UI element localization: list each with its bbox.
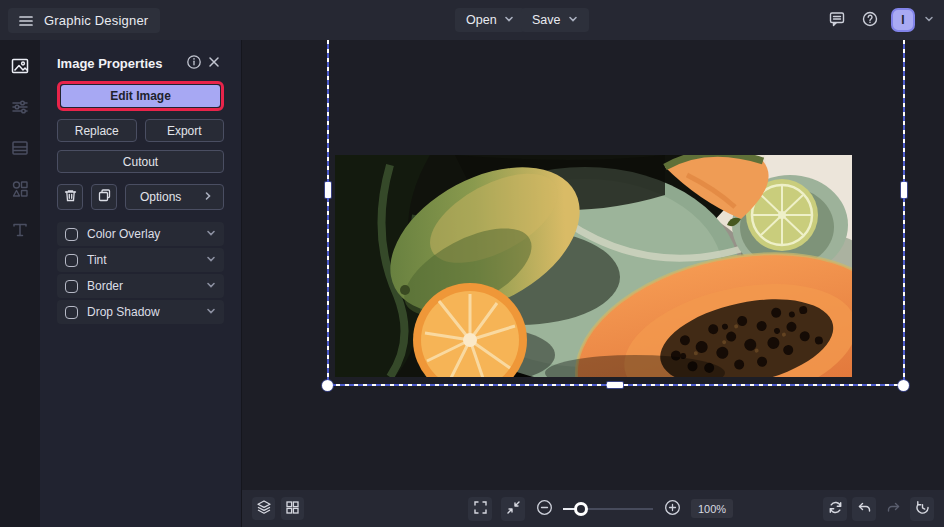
main-menu-button[interactable]: Graphic Designer	[8, 8, 160, 33]
zoom-slider-knob[interactable]	[574, 502, 588, 516]
border-checkbox[interactable]	[65, 280, 78, 293]
sidebar-item-templates[interactable]	[6, 135, 34, 163]
bottom-bar-left	[252, 490, 304, 527]
sidebar-item-image[interactable]	[6, 53, 34, 81]
toggle-label: Tint	[87, 253, 206, 267]
tint-checkbox[interactable]	[65, 254, 78, 267]
design-canvas[interactable]	[242, 40, 944, 490]
fit-to-screen-icon	[506, 500, 521, 518]
panel-header: Image Properties	[57, 53, 224, 73]
sidebar-item-text[interactable]	[6, 217, 34, 245]
zoom-slider[interactable]	[563, 499, 653, 519]
fullscreen-button[interactable]	[468, 497, 492, 521]
resize-handle-right[interactable]	[901, 182, 907, 198]
image-properties-panel: Image Properties Edit Image Replace Expo…	[40, 40, 242, 527]
chevron-down-icon	[206, 227, 216, 241]
top-bar: Graphic Designer Open Save	[0, 0, 944, 40]
toggle-row-tint[interactable]: Tint	[57, 248, 224, 272]
options-button[interactable]: Options	[125, 184, 224, 210]
zoom-level-value: 100%	[698, 503, 726, 515]
toggle-label: Border	[87, 279, 206, 293]
resize-handle-bottom-left[interactable]	[322, 380, 333, 391]
open-button[interactable]: Open	[455, 8, 525, 32]
history-controls	[823, 490, 934, 527]
toggle-row-color-overlay[interactable]: Color Overlay	[57, 222, 224, 246]
zoom-in-icon	[664, 499, 681, 519]
help-icon	[861, 10, 879, 31]
zoom-in-button[interactable]	[662, 499, 682, 519]
target-annotation-highlight: Edit Image	[57, 81, 224, 111]
top-bar-right: I	[825, 0, 934, 40]
options-label: Options	[140, 190, 181, 204]
undo-icon	[857, 500, 872, 518]
undo-button[interactable]	[852, 497, 876, 521]
graphic-designer-app: Graphic Designer Open Save	[0, 0, 944, 527]
app-title: Graphic Designer	[44, 13, 148, 28]
fit-to-screen-button[interactable]	[501, 497, 525, 521]
chevron-down-icon	[206, 305, 216, 319]
panel-close-button[interactable]	[204, 53, 224, 73]
info-icon	[186, 54, 202, 73]
duplicate-layer-button[interactable]	[91, 184, 117, 210]
zoom-out-icon	[536, 499, 553, 519]
resize-handle-bottom-right[interactable]	[898, 380, 909, 391]
feedback-chat-icon	[828, 10, 846, 31]
zoom-out-button[interactable]	[534, 499, 554, 519]
help-button[interactable]	[858, 8, 882, 32]
toggle-row-drop-shadow[interactable]: Drop Shadow	[57, 300, 224, 324]
sidebar-item-shapes[interactable]	[6, 176, 34, 204]
cutout-button[interactable]: Cutout	[57, 150, 224, 173]
reset-button[interactable]	[823, 497, 847, 521]
toggle-label: Drop Shadow	[87, 305, 206, 319]
resize-handle-bottom[interactable]	[607, 382, 623, 388]
hamburger-icon	[17, 12, 35, 30]
user-menu-chevron-icon[interactable]	[924, 13, 934, 27]
layers-button[interactable]	[252, 497, 275, 520]
redo-icon	[886, 500, 901, 518]
chevron-right-icon	[203, 190, 213, 204]
chevron-down-icon	[206, 279, 216, 293]
panel-title: Image Properties	[57, 56, 184, 71]
sidebar-item-adjustments[interactable]	[6, 94, 34, 122]
fullscreen-icon	[473, 500, 488, 518]
delete-layer-button[interactable]	[57, 184, 83, 210]
selection-border-right	[903, 40, 905, 386]
zoom-level-badge: 100%	[691, 499, 733, 518]
selected-image-layer[interactable]	[335, 155, 852, 377]
shapes-icon	[10, 179, 30, 202]
open-label: Open	[466, 13, 497, 27]
close-icon	[207, 55, 221, 72]
edit-image-button[interactable]: Edit Image	[61, 85, 220, 107]
image-icon	[10, 56, 30, 79]
panel-info-button[interactable]	[184, 53, 204, 73]
duplicate-icon	[97, 188, 112, 206]
export-button[interactable]: Export	[145, 119, 225, 142]
save-button[interactable]: Save	[521, 8, 589, 32]
save-label: Save	[532, 13, 561, 27]
toggle-row-border[interactable]: Border	[57, 274, 224, 298]
text-icon	[10, 220, 30, 243]
history-button[interactable]	[910, 497, 934, 521]
user-avatar[interactable]: I	[891, 8, 915, 32]
chevron-down-icon	[206, 253, 216, 267]
drop-shadow-checkbox[interactable]	[65, 306, 78, 319]
feedback-button[interactable]	[825, 8, 849, 32]
trash-icon	[63, 188, 78, 206]
zoom-controls: 100%	[468, 490, 733, 527]
pages-grid-icon	[285, 500, 300, 518]
effect-toggle-list: Color Overlay Tint Border	[57, 222, 224, 324]
chevron-down-icon	[568, 13, 578, 27]
layers-icon	[256, 499, 272, 518]
replace-button[interactable]: Replace	[57, 119, 137, 142]
fruit-photo	[335, 155, 852, 377]
reset-icon	[828, 500, 843, 518]
toggle-label: Color Overlay	[87, 227, 206, 241]
layer-tools-row: Options	[57, 184, 224, 210]
redo-button[interactable]	[881, 497, 905, 521]
tools-sidebar	[0, 40, 40, 527]
resize-handle-left[interactable]	[325, 182, 331, 198]
bottom-bar: 100%	[242, 490, 944, 527]
color-overlay-checkbox[interactable]	[65, 228, 78, 241]
pages-button[interactable]	[281, 497, 304, 520]
templates-icon	[10, 138, 30, 161]
